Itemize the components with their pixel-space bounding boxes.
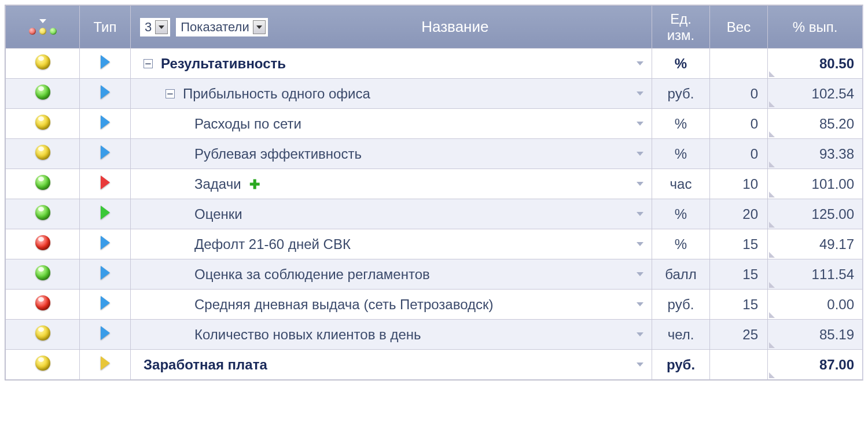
weight-cell: 0 — [710, 109, 768, 139]
pct-cell: 101.00 — [768, 169, 863, 199]
status-yellow-icon — [35, 356, 50, 371]
header-name-label: Название — [268, 18, 642, 36]
add-icon[interactable]: ✚ — [249, 179, 260, 189]
resize-corner-icon — [769, 222, 775, 228]
unit-cell: руб. — [652, 79, 710, 109]
pct-cell: 49.17 — [768, 229, 863, 259]
resize-corner-icon — [769, 312, 775, 318]
name-cell: Дефолт 21-60 дней СВК — [131, 229, 652, 259]
status-cell — [6, 320, 80, 350]
table-row[interactable]: Задачи✚час10101.00 — [6, 169, 863, 199]
pct-cell: 80.50 — [768, 49, 863, 79]
type-cell — [80, 229, 131, 259]
unit-cell: руб. — [652, 290, 710, 320]
unit-cell: % — [652, 109, 710, 139]
row-name: Заработная плата — [144, 357, 637, 373]
type-green-icon — [101, 206, 110, 219]
dropdown-button-icon[interactable] — [155, 20, 168, 34]
collapse-icon[interactable]: − — [165, 89, 175, 98]
name-cell: Оценка за соблюдение регламентов — [131, 259, 652, 290]
chevron-down-icon[interactable] — [637, 302, 643, 306]
name-cell: Количество новых клиентов в день — [131, 320, 652, 350]
type-cell — [80, 259, 131, 290]
row-name: Прибыльность одного офиса — [183, 86, 637, 102]
row-name: Результативность — [161, 56, 637, 72]
header-unit[interactable]: Ед. изм. — [652, 6, 710, 49]
status-cell — [6, 79, 80, 109]
level-select[interactable]: 3 — [140, 18, 170, 36]
chevron-down-icon[interactable] — [637, 182, 643, 186]
unit-cell: час — [652, 169, 710, 199]
table-row[interactable]: Заработная платаруб.87.00 — [6, 350, 863, 380]
chevron-down-icon[interactable] — [637, 91, 643, 96]
row-name: Задачи✚ — [194, 176, 637, 192]
table-row[interactable]: −Прибыльность одного офисаруб.0102.54 — [6, 79, 863, 109]
weight-cell: 15 — [710, 290, 768, 320]
table-row[interactable]: Оценка за соблюдение регламентовбалл1511… — [6, 259, 863, 290]
type-cell — [80, 350, 131, 380]
header-pct[interactable]: % вып. — [768, 6, 863, 49]
header-status[interactable] — [6, 6, 80, 49]
table-row[interactable]: Дефолт 21-60 дней СВК%1549.17 — [6, 229, 863, 259]
header-type[interactable]: Тип — [80, 6, 131, 49]
resize-corner-icon — [769, 342, 775, 348]
table-body: −Результативность%80.50−Прибыльность одн… — [6, 49, 863, 380]
resize-corner-icon — [769, 372, 775, 378]
header-name: 3 Показатели Название — [131, 6, 652, 49]
chevron-down-icon[interactable] — [39, 19, 46, 23]
unit-cell: % — [652, 139, 710, 169]
table-row[interactable]: Оценки%20125.00 — [6, 199, 863, 229]
header-row: Тип 3 Показатели Название — [6, 6, 863, 49]
chevron-down-icon[interactable] — [637, 332, 643, 336]
status-cell — [6, 259, 80, 290]
type-blue-icon — [101, 55, 110, 69]
name-cell: −Результативность — [131, 49, 652, 79]
type-cell — [80, 79, 131, 109]
status-cell — [6, 139, 80, 169]
weight-cell — [710, 350, 768, 380]
pct-cell: 0.00 — [768, 290, 863, 320]
resize-corner-icon — [769, 71, 775, 77]
weight-cell: 20 — [710, 199, 768, 229]
table-row[interactable]: Количество новых клиентов в деньчел.2585… — [6, 320, 863, 350]
table-row[interactable]: Средняя дневная выдача (сеть Петрозаводс… — [6, 290, 863, 320]
pct-cell: 85.20 — [768, 109, 863, 139]
chevron-down-icon[interactable] — [637, 272, 643, 276]
chevron-down-icon[interactable] — [637, 242, 643, 246]
view-select[interactable]: Показатели — [176, 18, 267, 36]
status-green-icon — [35, 85, 50, 100]
weight-cell: 25 — [710, 320, 768, 350]
chevron-down-icon[interactable] — [637, 363, 643, 367]
collapse-icon[interactable]: − — [144, 59, 153, 68]
status-green-icon — [35, 265, 50, 280]
row-name: Количество новых клиентов в день — [194, 327, 637, 343]
unit-cell: чел. — [652, 320, 710, 350]
resize-corner-icon — [769, 192, 775, 197]
pct-cell: 111.54 — [768, 259, 863, 290]
type-cell — [80, 169, 131, 199]
pct-cell: 85.19 — [768, 320, 863, 350]
type-blue-icon — [101, 115, 110, 129]
chevron-down-icon[interactable] — [637, 152, 643, 156]
weight-cell — [710, 49, 768, 79]
status-cell — [6, 229, 80, 259]
chevron-down-icon[interactable] — [637, 61, 643, 65]
table-row[interactable]: −Результативность%80.50 — [6, 49, 863, 79]
status-cell — [6, 199, 80, 229]
type-blue-icon — [101, 266, 110, 280]
weight-cell: 10 — [710, 169, 768, 199]
type-blue-icon — [101, 85, 110, 99]
chevron-down-icon[interactable] — [637, 212, 643, 216]
type-blue-icon — [101, 145, 110, 159]
header-weight[interactable]: Вес — [710, 6, 768, 49]
type-blue-icon — [101, 296, 110, 310]
dropdown-button-icon[interactable] — [253, 20, 266, 34]
table-row[interactable]: Рублевая эффективность%093.38 — [6, 139, 863, 169]
chevron-down-icon[interactable] — [637, 122, 643, 126]
table-row[interactable]: Расходы по сети%085.20 — [6, 109, 863, 139]
traffic-light-icon — [29, 28, 57, 35]
type-red-icon — [101, 175, 110, 189]
status-yellow-icon — [35, 325, 50, 341]
status-cell — [6, 290, 80, 320]
name-cell: Средняя дневная выдача (сеть Петрозаводс… — [131, 290, 652, 320]
